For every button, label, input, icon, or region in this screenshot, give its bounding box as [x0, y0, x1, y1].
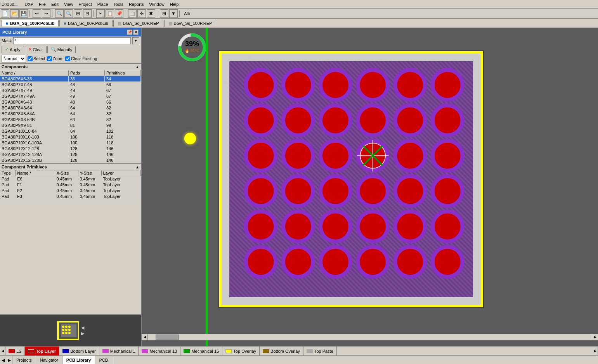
redo-btn[interactable]: ↪	[42, 9, 50, 18]
zoom-in-btn[interactable]: 🔍	[55, 9, 64, 18]
table-row[interactable]: BGA80P7X7-49A 49 67	[0, 94, 141, 99]
prim-col-layer[interactable]: Layer	[102, 170, 141, 176]
panel-tab-pcblibrary[interactable]: PCB Library	[62, 356, 95, 364]
pin-btn[interactable]: 📌	[127, 29, 132, 35]
mode-select[interactable]: Normal Masked Dimmed	[2, 55, 26, 62]
table-row[interactable]: BGA80P8X8-64B 64 82	[0, 117, 141, 123]
panel-tab-pcb[interactable]: PCB	[95, 356, 112, 364]
table-row[interactable]: BGA80P8X6-48 48 66	[0, 99, 141, 105]
table-row[interactable]: BGA80P8X8-64A 64 82	[0, 111, 141, 117]
menu-reports[interactable]: Reports	[127, 1, 146, 7]
h-scroll-thumb[interactable]	[156, 335, 179, 340]
table-row[interactable]: BGA80P10X10-84 84 102	[0, 128, 141, 134]
grid-btn[interactable]: ⊞	[160, 9, 168, 18]
menu-dxp[interactable]: DXP	[23, 1, 36, 7]
menu-window[interactable]: Window	[147, 1, 167, 7]
menu-tools[interactable]: Tools	[111, 1, 126, 7]
col-pads[interactable]: Pads	[69, 70, 105, 76]
mask-dropdown-btn[interactable]: ▼	[132, 37, 139, 44]
close-panel-btn[interactable]: ✕	[133, 29, 139, 35]
grid-drop-btn[interactable]: ▼	[169, 9, 178, 18]
select-btn[interactable]: ⬚	[128, 9, 137, 18]
zoom-out-btn[interactable]: 🔍	[64, 9, 73, 18]
tab-bga80-pcblib[interactable]: ■ BGA_Sq_80P.PcbLib	[59, 20, 112, 26]
apply-button[interactable]: ✓ Apply	[2, 46, 24, 53]
table-row[interactable]: BGA80P10X10-100 100 118	[0, 134, 141, 140]
mask-input[interactable]	[13, 37, 131, 44]
tab-label-2: BGA_Sq_80P.PcbLib	[68, 21, 108, 26]
menu-view[interactable]: View	[62, 1, 76, 7]
zoom-checkbox-label[interactable]: Zoom	[47, 56, 64, 61]
prim-row[interactable]: Pad F1 0.45mm 0.45mm TopLayer	[0, 182, 141, 188]
layer-tab-mech15[interactable]: Mechanical 15	[180, 347, 222, 356]
copy-btn[interactable]: 📋	[106, 9, 114, 18]
components-scroll-up[interactable]: ▲	[135, 65, 139, 69]
primitives-scroll-up[interactable]: ▲	[135, 165, 139, 169]
layer-scroll-left[interactable]: ◀	[0, 347, 5, 356]
panel-tab-navigator[interactable]: Navigator	[36, 356, 62, 364]
cut-btn[interactable]: ✂	[96, 9, 105, 18]
layer-tab-bottom[interactable]: Bottom Layer	[59, 347, 99, 356]
layer-tab-toppaste[interactable]: Top Paste	[303, 347, 337, 356]
prev-nav-right[interactable]: ▶	[81, 331, 84, 336]
zoom-fit-btn[interactable]: ⊞	[74, 9, 82, 18]
col-primitives[interactable]: Primitives	[105, 70, 141, 76]
cross-btn[interactable]: ✖	[147, 9, 155, 18]
magnify-button[interactable]: 🔍 Magnify	[47, 46, 76, 53]
table-row[interactable]: BGA80P7X7-49 49 67	[0, 88, 141, 94]
menu-edit[interactable]: Edit	[49, 1, 61, 7]
new-btn[interactable]: 📄	[1, 9, 9, 18]
prev-nav-left[interactable]: ◀	[81, 325, 84, 330]
menu-file[interactable]: File	[36, 1, 48, 7]
clear-existing-checkbox[interactable]	[65, 56, 70, 61]
h-scrollbar[interactable]: ◀ ▶	[142, 334, 598, 340]
clear-button[interactable]: ✕ Clear	[25, 46, 47, 53]
pcb-canvas-area[interactable]: 39% 🔥 61°C	[142, 28, 598, 346]
zoom-checkbox[interactable]	[47, 56, 52, 61]
layer-tab-mech13[interactable]: Mechanical 13	[139, 347, 180, 356]
table-row[interactable]: BGA80P6X6-36 36 54	[0, 76, 141, 82]
h-scroll-left-btn[interactable]: ◀	[142, 334, 148, 340]
h-scroll-right-btn[interactable]: ▶	[592, 334, 598, 340]
table-row[interactable]: BGA80P12X12-128A 128 146	[0, 152, 141, 158]
panel-tab-projects[interactable]: Projects	[12, 356, 36, 364]
panel-nav-left[interactable]: ◀	[0, 356, 6, 364]
prim-col-xsize[interactable]: X-Size	[55, 170, 78, 176]
layer-tab-mech1[interactable]: Mechanical 1	[99, 347, 139, 356]
prim-col-ysize[interactable]: Y-Size	[78, 170, 102, 176]
menu-place[interactable]: Place	[95, 1, 111, 7]
undo-btn[interactable]: ↩	[33, 9, 41, 18]
layer-tab-ls[interactable]: LS	[5, 347, 25, 356]
table-row[interactable]: BGA80P7X7-48 48 66	[0, 82, 141, 88]
move-btn[interactable]: ✛	[137, 9, 146, 18]
zoom-area-btn[interactable]: ⊟	[83, 9, 92, 18]
panel-nav-right[interactable]: ▶	[6, 356, 12, 364]
open-btn[interactable]: 📂	[10, 9, 19, 18]
prim-row[interactable]: Pad F3 0.45mm 0.45mm TopLayer	[0, 194, 141, 199]
table-row[interactable]: BGA80P8X8-64 64 82	[0, 105, 141, 111]
table-row[interactable]: BGA80P10X10-100A 100 118	[0, 140, 141, 146]
prim-col-name[interactable]: Name /	[16, 170, 55, 176]
table-row[interactable]: BGA80P12X12-128 128 146	[0, 146, 141, 152]
prim-row[interactable]: Pad F2 0.45mm 0.45mm TopLayer	[0, 188, 141, 194]
layer-scroll-right[interactable]: ▶	[593, 347, 598, 356]
tab-bga80-rep[interactable]: ▤ BGA_Sq_80P.REP	[113, 20, 163, 27]
paste-btn[interactable]: 📌	[115, 9, 123, 18]
prim-row[interactable]: Pad E6 0.45mm 0.45mm TopLayer	[0, 176, 141, 182]
menu-help[interactable]: Help	[168, 1, 181, 7]
h-scroll-track[interactable]	[148, 334, 592, 340]
tab-bga100-pcblib[interactable]: ■ BGA_Sq_100P.PcbLib	[2, 20, 59, 26]
layer-tab-top[interactable]: Top Layer	[25, 347, 59, 356]
menu-project[interactable]: Project	[76, 1, 94, 7]
select-checkbox[interactable]	[28, 56, 33, 61]
prim-col-type[interactable]: Type	[0, 170, 16, 176]
select-checkbox-label[interactable]: Select	[28, 56, 45, 61]
tab-bga100-rep[interactable]: ▤ BGA_Sq_100P.REP	[164, 20, 217, 27]
table-row[interactable]: BGA80P12X12-128B 128 146	[0, 158, 141, 163]
col-name[interactable]: Name /	[0, 70, 69, 76]
save-btn[interactable]: 💾	[19, 9, 28, 18]
clear-existing-checkbox-label[interactable]: Clear Existing	[65, 56, 97, 61]
table-row[interactable]: BGA80P9X9-81 81 99	[0, 123, 141, 128]
layer-tab-bottomoverlay[interactable]: Bottom Overlay	[260, 347, 303, 356]
layer-tab-topoverlay[interactable]: Top Overlay	[222, 347, 260, 356]
